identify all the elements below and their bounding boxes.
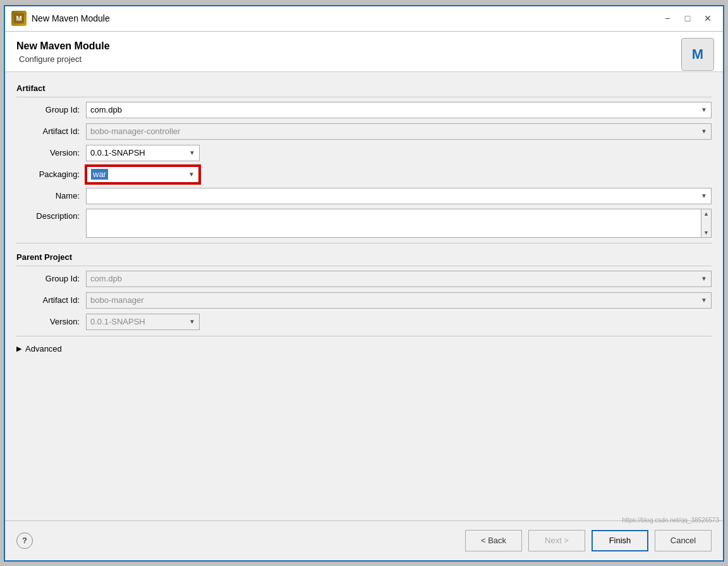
group-id-control: com.dpb ▼ (86, 102, 712, 118)
parent-group-id-label: Group Id: (16, 274, 86, 283)
artifact-id-combo[interactable]: bobo-manager-controller ▼ (86, 123, 712, 140)
parent-artifact-id-label: Artifact Id: (16, 295, 86, 305)
watermark: https://blog.csdn.net/qq_38526573 (622, 517, 719, 524)
close-button[interactable]: ✕ (699, 9, 717, 27)
name-label: Name: (16, 191, 86, 200)
parent-group-id-combo[interactable]: com.dpb ▼ (86, 271, 712, 287)
title-bar: M New Maven Module − □ ✕ (5, 6, 723, 32)
header-section: New Maven Module Configure project (5, 32, 723, 72)
footer: ? < Back Next > Finish Cancel (5, 520, 723, 560)
group-id-combo[interactable]: com.dpb ▼ (86, 102, 712, 118)
advanced-label: Advanced (25, 344, 62, 354)
parent-group-id-control: com.dpb ▼ (86, 271, 712, 287)
version-row: Version: 0.0.1-SNAPSH ▼ (16, 144, 712, 162)
parent-artifact-id-arrow: ▼ (701, 297, 707, 304)
svg-text:M: M (16, 15, 21, 22)
maximize-button[interactable]: □ (679, 9, 696, 27)
group-id-arrow: ▼ (701, 106, 707, 113)
description-row: Description: ▲ ▼ (16, 209, 712, 238)
packaging-combo[interactable]: war ▼ (86, 166, 200, 183)
version-combo[interactable]: 0.0.1-SNAPSH ▼ (86, 145, 200, 161)
description-area[interactable]: ▲ ▼ (86, 209, 712, 238)
description-scrollbar: ▲ ▼ (701, 209, 711, 237)
artifact-id-arrow: ▼ (701, 128, 707, 135)
parent-artifact-id-value: bobo-manager (90, 295, 144, 305)
artifact-id-row: Artifact Id: bobo-manager-controller ▼ (16, 123, 712, 140)
next-button[interactable]: Next > (528, 530, 585, 551)
description-control: ▲ ▼ (86, 209, 712, 238)
parent-artifact-id-combo[interactable]: bobo-manager ▼ (86, 292, 712, 309)
group-id-label: Group Id: (16, 105, 86, 114)
version-value: 0.0.1-SNAPSH (90, 148, 145, 157)
parent-artifact-id-row: Artifact Id: bobo-manager ▼ (16, 292, 712, 309)
version-arrow: ▼ (189, 149, 195, 156)
name-arrow: ▼ (701, 192, 707, 199)
window-title: New Maven Module (32, 13, 110, 23)
back-button[interactable]: < Back (465, 530, 522, 551)
header-title: New Maven Module (16, 40, 712, 52)
parent-artifact-id-control: bobo-manager ▼ (86, 292, 712, 309)
parent-version-label: Version: (16, 317, 86, 326)
separator-2 (16, 336, 712, 336)
advanced-section[interactable]: ▶ Advanced (16, 340, 712, 357)
minimize-button[interactable]: − (658, 9, 676, 27)
name-combo[interactable]: ▼ (86, 188, 712, 204)
version-control: 0.0.1-SNAPSH ▼ (86, 145, 712, 161)
maven-title-icon: M (11, 11, 27, 26)
parent-section-header: Parent Project (16, 247, 712, 266)
packaging-row: Packaging: war ▼ (16, 166, 712, 183)
parent-group-id-row: Group Id: com.dpb ▼ (16, 270, 712, 288)
parent-group-id-arrow: ▼ (701, 275, 707, 282)
parent-group-id-value: com.dpb (90, 274, 122, 283)
dialog-window: M New Maven Module − □ ✕ New Maven Modul… (4, 5, 724, 562)
version-label: Version: (16, 148, 86, 157)
cancel-button[interactable]: Cancel (655, 530, 712, 551)
form-content: Artifact Group Id: com.dpb ▼ Artifact Id… (5, 72, 723, 520)
packaging-control: war ▼ (86, 166, 712, 183)
group-id-row: Group Id: com.dpb ▼ (16, 101, 712, 119)
description-text (87, 209, 701, 237)
artifact-id-control: bobo-manager-controller ▼ (86, 123, 712, 140)
advanced-arrow-icon: ▶ (16, 345, 21, 353)
artifact-id-value: bobo-manager-controller (90, 126, 180, 136)
footer-buttons: < Back Next > Finish Cancel (465, 530, 712, 551)
help-button[interactable]: ? (16, 532, 33, 549)
parent-version-row: Version: 0.0.1-SNAPSH ▼ (16, 313, 712, 331)
group-id-value: com.dpb (90, 105, 122, 114)
separator-1 (16, 243, 712, 243)
artifact-section-header: Artifact (16, 78, 712, 97)
parent-version-control: 0.0.1-SNAPSH ▼ (86, 314, 712, 330)
parent-version-arrow: ▼ (189, 318, 195, 325)
name-control: ▼ (86, 188, 712, 204)
parent-version-combo[interactable]: 0.0.1-SNAPSH ▼ (86, 314, 200, 330)
packaging-label: Packaging: (16, 169, 86, 179)
description-label: Description: (16, 209, 86, 221)
artifact-id-label: Artifact Id: (16, 126, 86, 136)
packaging-value: war (91, 169, 108, 180)
footer-left: ? (16, 532, 33, 549)
maven-module-icon: M (681, 38, 714, 71)
name-row: Name: ▼ (16, 187, 712, 205)
title-bar-left: M New Maven Module (11, 11, 110, 26)
parent-version-value: 0.0.1-SNAPSH (90, 317, 145, 326)
header-subtitle: Configure project (16, 54, 712, 64)
title-controls: − □ ✕ (658, 9, 717, 27)
finish-button[interactable]: Finish (592, 530, 648, 551)
packaging-arrow: ▼ (188, 171, 195, 178)
